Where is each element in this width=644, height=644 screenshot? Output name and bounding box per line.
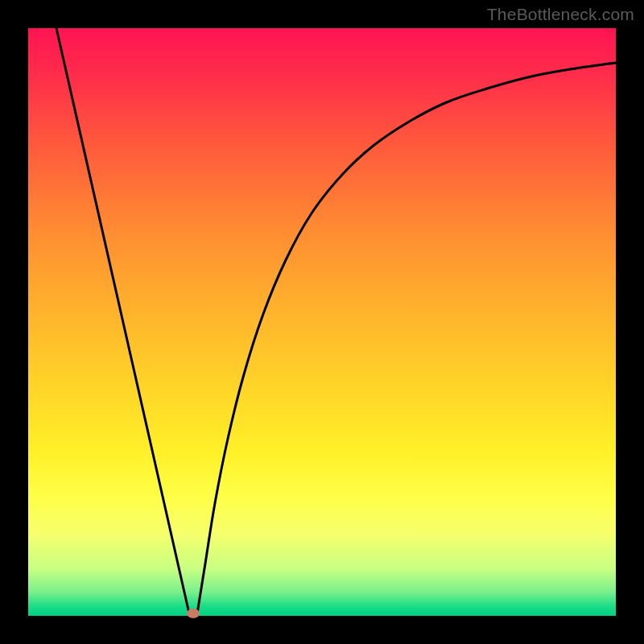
plot-area	[28, 28, 616, 616]
chart-frame: TheBottleneck.com	[0, 0, 644, 644]
attribution-label: TheBottleneck.com	[487, 5, 634, 24]
chart-svg	[28, 28, 616, 616]
curve-right-branch	[197, 63, 616, 613]
curve-left-branch	[56, 28, 189, 613]
minimum-marker	[187, 609, 200, 618]
